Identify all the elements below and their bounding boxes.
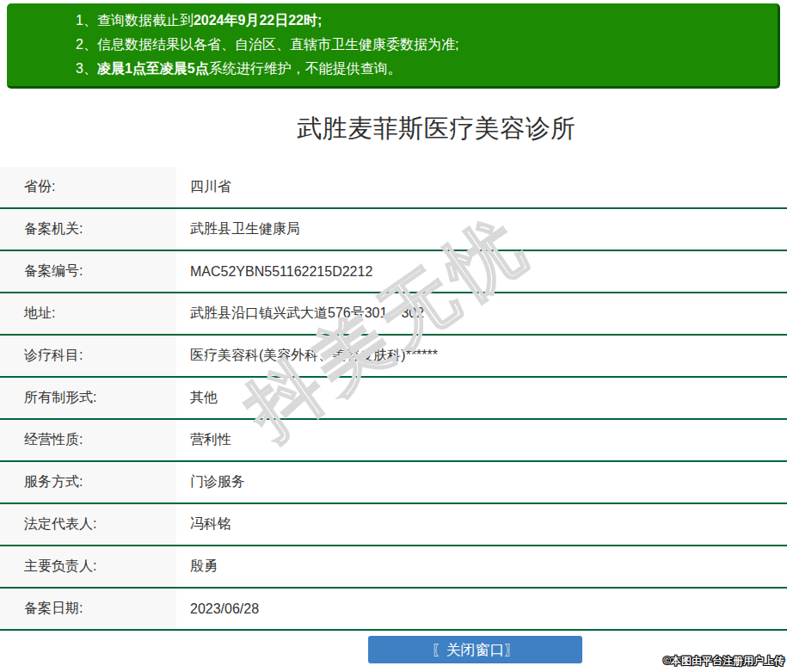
notice-item: 1、查询数据截止到2024年9月22日22时; [76, 9, 769, 33]
row-value: 殷勇 [176, 546, 218, 587]
table-row: 备案编号: MAC52YBN551162215D2212 [0, 251, 787, 293]
notice-banner: 1、查询数据截止到2024年9月22日22时; 2、信息数据结果以各省、自治区、… [7, 3, 780, 89]
row-label: 省份: [0, 167, 176, 207]
row-label: 备案日期: [0, 589, 176, 629]
row-label: 地址: [0, 293, 176, 334]
row-value: MAC52YBN551162215D2212 [176, 251, 372, 292]
row-value: 冯科铭 [176, 504, 231, 545]
row-value: 2023/06/28 [176, 589, 259, 629]
notice-item: 3、凌晨1点至凌晨5点系统进行维护，不能提供查询。 [76, 57, 769, 81]
row-value: 医疗美容科(美容外科、美容皮肤科)****** [176, 336, 438, 376]
copyright-watermark: ©本图由平台注册用户上传 [663, 654, 784, 669]
row-label: 备案编号: [0, 251, 176, 292]
table-row: 法定代表人: 冯科铭 [0, 504, 787, 546]
row-value: 武胜县卫生健康局 [176, 209, 300, 250]
notice-item-bold-text: 凌晨1点至凌晨5点 [97, 61, 209, 76]
table-row: 服务方式: 门诊服务 [0, 462, 787, 504]
close-window-button[interactable]: 〖关闭窗口〗 [368, 636, 582, 663]
notice-item-number: 3、 [76, 61, 97, 76]
table-row: 主要负责人: 殷勇 [0, 546, 787, 589]
row-label: 诊疗科目: [0, 336, 176, 376]
notice-item: 2、信息数据结果以各省、自治区、直辖市卫生健康委数据为准; [76, 33, 769, 57]
page-title: 武胜麦菲斯医疗美容诊所 [43, 111, 787, 145]
notice-item-number: 2、 [76, 37, 97, 52]
table-row: 地址: 武胜县沿口镇兴武大道576号301、302 [0, 293, 787, 336]
info-table: 省份: 四川省 备案机关: 武胜县卫生健康局 备案编号: MAC52YBN551… [0, 167, 787, 631]
row-label: 主要负责人: [0, 546, 176, 587]
notice-item-text: 信息数据结果以各省、自治区、直辖市卫生健康委数据为准; [97, 37, 458, 52]
row-label: 法定代表人: [0, 504, 176, 545]
row-value: 武胜县沿口镇兴武大道576号301、302 [176, 293, 424, 334]
table-row: 经营性质: 营利性 [0, 420, 787, 462]
row-value: 门诊服务 [176, 462, 245, 502]
notice-item-text: 查询数据截止到 [97, 13, 194, 28]
notice-item-text: 系统进行维护，不能提供查询。 [209, 61, 402, 76]
row-label: 经营性质: [0, 420, 176, 460]
row-value: 其他 [176, 378, 218, 418]
table-row: 所有制形式: 其他 [0, 378, 787, 420]
table-row: 省份: 四川省 [0, 167, 787, 209]
row-value: 营利性 [176, 420, 231, 460]
table-row: 备案机关: 武胜县卫生健康局 [0, 209, 787, 251]
table-row: 备案日期: 2023/06/28 [0, 589, 787, 631]
row-label: 备案机关: [0, 209, 176, 250]
row-label: 服务方式: [0, 462, 176, 502]
notice-item-bold-text: 2024年9月22日22时; [194, 13, 322, 28]
notice-item-number: 1、 [76, 13, 97, 28]
row-value: 四川省 [176, 167, 231, 207]
table-row: 诊疗科目: 医疗美容科(美容外科、美容皮肤科)****** [0, 336, 787, 378]
row-label: 所有制形式: [0, 378, 176, 418]
